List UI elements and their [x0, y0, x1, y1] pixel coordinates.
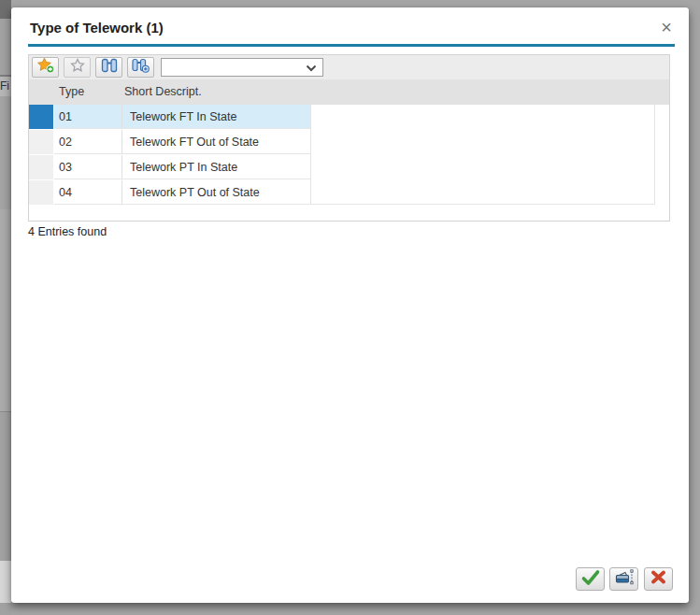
- print-button[interactable]: [609, 567, 638, 591]
- value-help-dialog: Type of Telework (1) ×: [11, 7, 689, 603]
- delete-from-personal-list-button: [64, 57, 91, 78]
- row-selector-cell[interactable]: [29, 155, 53, 179]
- close-icon[interactable]: ×: [656, 17, 677, 37]
- toolbar: [29, 55, 669, 79]
- printer-icon: [613, 568, 635, 590]
- type-cell[interactable]: 01: [54, 105, 121, 129]
- short-descript-cell[interactable]: Telework PT Out of State: [121, 180, 310, 205]
- row-selector-cell[interactable]: [29, 180, 53, 205]
- background-bar: [0, 151, 11, 210]
- find-button[interactable]: [95, 57, 122, 78]
- background-bar: [0, 209, 11, 347]
- entries-found-status: 4 Entries found: [28, 225, 107, 238]
- accept-button[interactable]: [576, 567, 605, 591]
- row-selector-cell[interactable]: [29, 130, 53, 154]
- short-descript-cell[interactable]: Telework FT In State: [121, 105, 310, 129]
- row-selector-cell[interactable]: [29, 105, 53, 129]
- table-row[interactable]: 02 Telework FT Out of State: [29, 130, 310, 155]
- type-cell[interactable]: 02: [54, 130, 121, 154]
- cancel-button[interactable]: [644, 567, 673, 591]
- column-header-type: Type: [59, 85, 84, 98]
- column-header-short-descript: Short Descript.: [124, 85, 202, 98]
- title-accent-line: [28, 44, 675, 47]
- background-light-area: [0, 561, 11, 603]
- table-row[interactable]: 04 Telework PT Out of State: [29, 180, 310, 206]
- dialog-title: Type of Telework (1): [30, 20, 164, 36]
- background-window-edge: Fi: [0, 0, 11, 615]
- type-cell[interactable]: 04: [54, 180, 121, 205]
- type-cell[interactable]: 03: [54, 155, 121, 179]
- background-bar: [0, 122, 11, 152]
- binoculars-icon: [101, 58, 118, 77]
- binoculars-plus-icon: [132, 58, 150, 77]
- green-check-icon: [580, 569, 601, 590]
- background-bar: [0, 346, 11, 412]
- restriction-dropdown[interactable]: [161, 58, 323, 77]
- star-disabled-icon: [69, 58, 86, 77]
- screen: Fi Type of Telework (1) ×: [0, 0, 700, 615]
- value-help-panel: Type Short Descript. 01 Telework FT In S…: [28, 54, 670, 222]
- find-next-button[interactable]: [127, 57, 154, 78]
- chevron-down-icon: [306, 59, 317, 76]
- table-row[interactable]: 03 Telework PT In State: [29, 155, 310, 180]
- table-header-row: Type Short Descript.: [29, 79, 669, 105]
- background-dark-corner: [0, 0, 11, 19]
- empty-detail-area: [310, 105, 655, 205]
- background-bar: [0, 96, 11, 123]
- short-descript-cell[interactable]: Telework FT Out of State: [121, 130, 310, 154]
- red-x-icon: [650, 570, 666, 588]
- background-clipped-label: Fi: [0, 75, 11, 98]
- table-row[interactable]: 01 Telework FT In State: [29, 105, 310, 130]
- insert-in-personal-list-button[interactable]: [32, 57, 59, 78]
- star-plus-icon: [36, 57, 55, 78]
- short-descript-cell[interactable]: Telework PT In State: [121, 155, 310, 179]
- table-body: 01 Telework FT In State 02 Telework FT O…: [29, 105, 669, 221]
